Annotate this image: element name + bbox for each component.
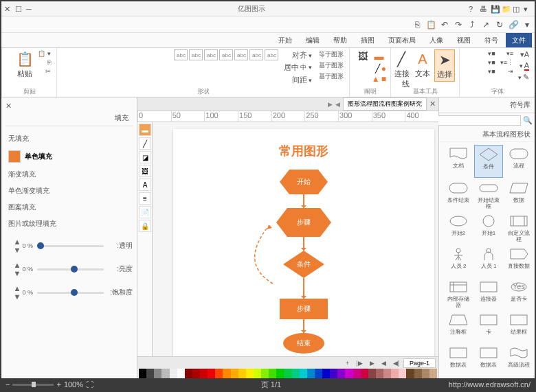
dropdown-icon[interactable]: ▾ (522, 20, 532, 30)
page-first[interactable]: |◀ (390, 360, 402, 367)
page-prev[interactable]: ◀ (379, 360, 389, 367)
color-swatch[interactable] (177, 369, 185, 378)
color-swatch[interactable] (361, 369, 368, 378)
open-icon[interactable]: 📁 (502, 5, 510, 13)
search-icon[interactable]: 🔍 (523, 116, 533, 125)
page-tab[interactable]: Page-1 (403, 358, 436, 368)
menu-icon[interactable]: ▾ (524, 5, 532, 13)
indent[interactable]: ⇥ (499, 67, 515, 76)
copy-icon[interactable]: ⎘ (412, 20, 422, 30)
font-style3[interactable]: ■▾ (487, 67, 496, 76)
link-icon[interactable]: 🔗 (509, 20, 518, 30)
redo-icon[interactable]: ↷ (454, 20, 463, 30)
color-swatch[interactable] (315, 369, 322, 378)
color-swatch[interactable] (170, 369, 177, 378)
color-swatch[interactable] (300, 369, 307, 378)
share-icon[interactable]: ↗ (481, 20, 491, 30)
zoom-out-icon[interactable]: − (5, 380, 10, 389)
tab-layout[interactable]: 页面布局 (382, 33, 422, 47)
color-swatch[interactable] (254, 369, 261, 378)
list[interactable]: ⋮≡▾ (499, 58, 515, 67)
font-style1[interactable]: ■▾ (487, 49, 496, 58)
layer-tool[interactable]: ≡ (139, 192, 151, 205)
shape-rect[interactable]: ▬ (372, 49, 386, 63)
slider-track[interactable] (37, 292, 104, 294)
fill-option[interactable]: 单色填充 (5, 148, 133, 165)
slider-track[interactable] (37, 245, 104, 247)
color-swatch[interactable] (391, 369, 399, 378)
color-swatch[interactable] (185, 369, 192, 378)
fill-option[interactable]: 单色渐变填充 (5, 184, 133, 198)
shape-preset[interactable]: abc (204, 49, 218, 60)
color-swatch[interactable] (208, 369, 215, 378)
color-swatch[interactable] (406, 369, 414, 378)
color-swatch[interactable] (322, 369, 330, 378)
color-swatch[interactable] (269, 369, 276, 378)
shape-library-item[interactable]: 开始2 (444, 212, 473, 244)
shape-library-item[interactable]: 开始结束框 (474, 179, 503, 211)
shape-library-item[interactable]: 自定义流程 (504, 212, 533, 244)
clipboard-paste[interactable]: ▾ 📋 (36, 49, 52, 58)
page-last[interactable]: ▶| (353, 360, 365, 367)
connect-tool[interactable]: ╱连接线 (392, 49, 411, 91)
color-swatch[interactable] (261, 369, 269, 378)
shape-library-item[interactable]: 人员 2 (444, 245, 473, 277)
flowchart-step[interactable]: 步骤 (280, 299, 328, 319)
insert-opt[interactable]: 基于图形 (317, 71, 345, 82)
color-swatch[interactable] (353, 369, 361, 378)
shape-library-item[interactable]: 卡 (474, 311, 503, 343)
shape-library-item[interactable]: 人员 1 (474, 245, 503, 277)
doc-tool[interactable]: 📄 (139, 206, 151, 218)
color-swatch[interactable] (422, 369, 429, 378)
tab-file[interactable]: 文件 (506, 33, 532, 47)
tab-edit[interactable]: 编辑 (300, 33, 326, 47)
color-swatch[interactable] (231, 369, 238, 378)
fill-tool[interactable]: ▬ (139, 124, 151, 136)
tab-portrait[interactable]: 人像 (423, 33, 449, 47)
page-next[interactable]: ▶ (367, 360, 377, 367)
zoom-slider[interactable] (12, 384, 54, 386)
close-doc-icon[interactable]: ✕ (429, 100, 436, 108)
color-swatch[interactable] (154, 369, 161, 378)
shadow-tool[interactable]: ◪ (139, 151, 151, 163)
paste-icon[interactable]: 📋 (426, 20, 436, 30)
refresh-icon[interactable]: ↻ (495, 20, 504, 30)
maximize-icon[interactable]: ☐ (15, 5, 23, 13)
font-color[interactable]: A▾ (517, 60, 531, 71)
shape-library-item[interactable]: 数据 (504, 179, 533, 211)
color-swatch[interactable] (376, 369, 383, 378)
spinner[interactable]: ▲▼ (15, 261, 21, 277)
save-icon[interactable]: 💾 (491, 5, 499, 13)
align-opt[interactable]: ▾ 对齐 (282, 49, 313, 61)
color-swatch[interactable] (238, 369, 246, 378)
export-icon[interactable]: ⤴ (467, 20, 477, 30)
color-swatch[interactable] (368, 369, 376, 378)
color-swatch[interactable] (215, 369, 223, 378)
color-swatch[interactable] (399, 369, 406, 378)
select-tool[interactable]: ➤选择 (434, 49, 455, 82)
tab-start[interactable]: 开始 (272, 33, 298, 47)
tab-help[interactable]: 帮助 (327, 33, 353, 47)
color-swatch[interactable] (276, 369, 284, 378)
slider-track[interactable] (37, 268, 104, 270)
align-opt[interactable]: ▾ 间距 (282, 74, 313, 86)
color-swatch[interactable] (337, 369, 345, 378)
fill-option[interactable]: 渐变填充 (5, 168, 133, 181)
color-swatch[interactable] (200, 369, 208, 378)
shape-preset[interactable]: abc (189, 49, 203, 60)
shape-library-item[interactable]: 结果框 (504, 311, 533, 343)
align-opt[interactable]: ▾ 中 居中 (282, 62, 313, 73)
tab-view[interactable]: 视图 (451, 33, 477, 47)
circle-icon[interactable]: ● (381, 64, 386, 73)
shape-library-item[interactable]: 注释框 (444, 311, 473, 343)
color-palette[interactable] (137, 369, 438, 378)
color-swatch[interactable] (307, 369, 315, 378)
zoom-in-icon[interactable]: + (56, 380, 60, 389)
shape-library-item[interactable]: 数据表 (444, 344, 473, 376)
clipboard-cut[interactable]: ✂ (36, 67, 52, 76)
color-swatch[interactable] (161, 369, 169, 378)
new-icon[interactable]: ◫ (513, 5, 521, 13)
clipboard-copy[interactable]: ⎘ (36, 58, 52, 67)
color-swatch[interactable] (429, 369, 437, 378)
print-icon[interactable]: 🖶 (480, 5, 488, 13)
